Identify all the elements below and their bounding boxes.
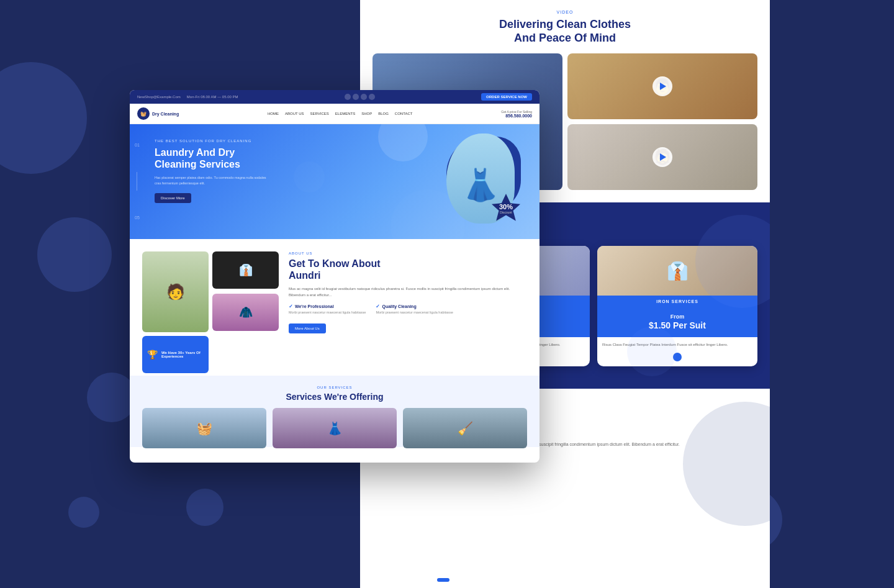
play-btn-1[interactable] [652, 76, 672, 96]
services-title: Services We're Offering [142, 392, 527, 402]
video-thumb-small-2[interactable]: 🧔 [567, 124, 757, 190]
iron-desc: Risus Class Feugiat Tempor Platea Interd… [602, 342, 752, 348]
hero-title: Laundry And Dry Cleaning Services [155, 147, 279, 170]
services-grid: 🧺 👗 🧹 [142, 408, 527, 448]
feature-professional: ✓ We're Professional Morbi praesent nasc… [289, 304, 366, 315]
nav-logo: 🧺 Dry Cleaning [137, 107, 179, 120]
slide-num-05: 05 [135, 215, 140, 220]
about-desc: Mus ac magna velit id feugiat vestibulum… [289, 286, 527, 298]
check-icon-2: ✓ [376, 304, 380, 309]
about-content: ABOUT US Get To Know About Aundri Mus ac… [289, 251, 527, 363]
play-btn-2[interactable] [652, 147, 672, 167]
topbar-hours: Mon-Fri 08.00 AM — 05.00 PM [187, 95, 238, 99]
iron-price: From $1.50 Per Suit [597, 307, 757, 337]
social-icon-2 [353, 94, 359, 100]
video-sup: VIDEO [372, 10, 757, 14]
hero-section: 01 05 THE BEST SOLUTION FOR DRY CLEANING… [130, 124, 540, 239]
order-btn[interactable]: ORDER SERVICE NOW [481, 93, 532, 101]
page-dot-2[interactable] [453, 578, 457, 582]
topbar-email: NewShop@Example.Com [137, 95, 181, 99]
social-icon-3 [361, 94, 367, 100]
feature-quality: ✓ Quality Cleaning Morbi praesent nascet… [376, 304, 453, 315]
hero-desc: Hac placerat semper platea diam odio. Tu… [155, 175, 266, 186]
page-dot-active[interactable] [437, 578, 449, 582]
exp-text: We Have 30+ Years Of Experiences [161, 351, 204, 358]
left-mockup: NewShop@Example.Com Mon-Fri 08.00 AM — 0… [130, 90, 540, 463]
about-section: 🧑 👔 🧥 🏆 We Have 30+ Years Of Experiences… [130, 239, 540, 376]
hero-image-area: 👗 30% Discount [440, 130, 521, 230]
discount-label: Discount [500, 210, 512, 214]
social-icon-1 [345, 94, 351, 100]
discount-pct: 30% [499, 204, 513, 210]
services-section: OUR SERVICES Services We're Offering 🧺 👗… [130, 376, 540, 447]
service-card-3: 🧹 [403, 408, 527, 448]
nav-cta-label: Get A price For Selling [501, 110, 532, 114]
service-card-2: 👗 [273, 408, 397, 448]
nav-links: HOME ABOUT US SERVICES ELEMENTS SHOP BLO… [268, 112, 412, 115]
nav-phone: 856.580.0000 [501, 114, 532, 118]
feature2-desc: Morbi praesent nascetur maecenat ligula … [376, 310, 453, 315]
video-thumb-small-1[interactable]: 👨 [567, 53, 757, 119]
topbar: NewShop@Example.Com Mon-Fri 08.00 AM — 0… [130, 90, 540, 104]
pagination [437, 578, 457, 582]
navbar: 🧺 Dry Cleaning HOME ABOUT US SERVICES EL… [130, 104, 540, 124]
check-icon-1: ✓ [289, 304, 293, 309]
hero-discover-btn[interactable]: Discover More [155, 193, 191, 203]
slide-num-01: 01 [135, 143, 140, 147]
video-title: Delivering Clean Clothes And Peace Of Mi… [372, 18, 757, 45]
about-title: Get To Know About Aundri [289, 258, 527, 281]
more-about-btn[interactable]: More About Us [289, 323, 326, 333]
exp-icon: 🏆 [147, 350, 158, 360]
service-card-1: 🧺 [142, 408, 266, 448]
about-images: 🧑 👔 🧥 🏆 We Have 30+ Years Of Experiences [142, 251, 279, 363]
feature1-desc: Morbi praesent nascetur maecenat ligula … [289, 310, 366, 315]
services-sup: OUR SERVICES [142, 386, 527, 389]
about-sup: ABOUT US [289, 251, 527, 255]
social-icon-4 [369, 94, 375, 100]
